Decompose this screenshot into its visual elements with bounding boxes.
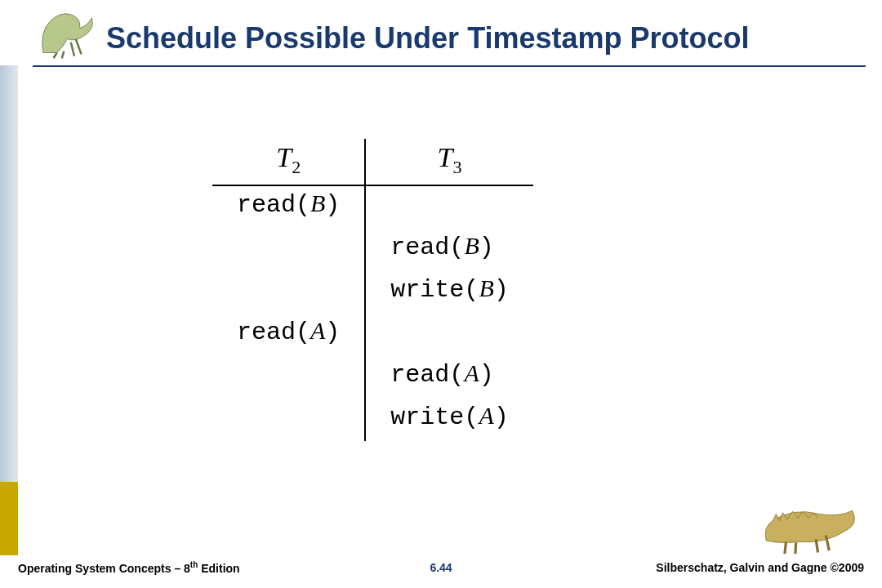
footer-page-number: 6.44: [430, 561, 452, 574]
footer-edition-sup: th: [190, 560, 198, 569]
cell-t2: [212, 229, 365, 271]
cell-t2: [212, 356, 365, 399]
footer-edition-tail: Edition: [198, 562, 239, 575]
table-row: write(B): [212, 271, 533, 314]
table-row: read(A): [212, 356, 533, 399]
header-t3: T3: [365, 139, 532, 185]
cell-t3: [365, 185, 532, 229]
cell-t3: write(B): [365, 271, 532, 314]
footer-book-title: Operating System Concepts – 8: [18, 562, 190, 575]
cell-t2: [212, 271, 365, 314]
cell-t2: read(A): [212, 314, 365, 356]
schedule-table: T2 T3 read(B)read(B)write(B)read(A)read(…: [212, 139, 533, 441]
cell-t3: write(A): [365, 399, 532, 441]
slide-title: Schedule Possible Under Timestamp Protoc…: [106, 21, 750, 56]
footer-copyright: Silberschatz, Galvin and Gagne ©2009: [656, 561, 864, 574]
cell-t2: read(B): [212, 185, 365, 229]
title-bar: Schedule Possible Under Timestamp Protoc…: [33, 16, 866, 67]
table-row: read(A): [212, 314, 533, 356]
header-t2: T2: [212, 139, 365, 185]
cell-t3: read(A): [365, 356, 532, 399]
header-t2-sub: 2: [292, 157, 301, 177]
header-t3-letter: T: [438, 142, 453, 172]
table-row: read(B): [212, 185, 533, 229]
slide-footer: Operating System Concepts – 8th Edition …: [0, 554, 882, 588]
header-t2-letter: T: [276, 142, 292, 172]
dinosaur-top-left-icon: [33, 4, 102, 61]
table-row: write(A): [212, 399, 533, 441]
cell-t3: read(B): [365, 229, 532, 271]
footer-left: Operating System Concepts – 8th Edition: [18, 560, 240, 575]
table-row: read(B): [212, 229, 533, 271]
cell-t3: [365, 314, 532, 356]
header-t3-sub: 3: [453, 157, 462, 177]
left-sidebar-accent: [0, 482, 18, 555]
dinosaur-bottom-right-icon: [760, 494, 866, 559]
cell-t2: [212, 399, 365, 441]
